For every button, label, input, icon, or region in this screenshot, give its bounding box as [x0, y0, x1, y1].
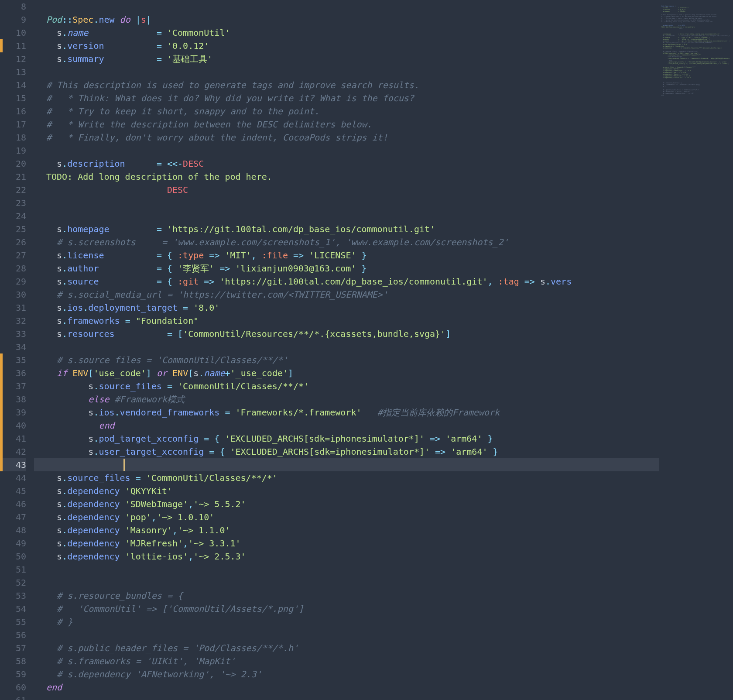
- code-line[interactable]: [34, 694, 659, 700]
- token: [120, 551, 125, 562]
- code-line[interactable]: s.version = '0.0.12': [34, 39, 659, 52]
- token: .: [62, 329, 67, 339]
- code-line[interactable]: s.frameworks = "Foundation": [34, 314, 659, 327]
- code-line[interactable]: else #Framework模式: [34, 393, 659, 406]
- token: [141, 473, 146, 483]
- code-line[interactable]: s.dependency 'lottie-ios','~> 2.5.3': [34, 550, 659, 563]
- token: homepage: [67, 224, 109, 234]
- code-line[interactable]: [34, 576, 659, 589]
- token: # * Try to keep it short, snappy and to …: [46, 106, 319, 117]
- token: =>: [425, 433, 445, 444]
- code-line[interactable]: # * Write the description between the DE…: [34, 118, 659, 131]
- token: deployment_target: [88, 302, 178, 313]
- token: .: [93, 407, 99, 418]
- token: 'EXCLUDED_ARCHS[sdk=iphonesimulator*]': [225, 433, 425, 444]
- code-line[interactable]: [34, 340, 659, 353]
- token: [130, 14, 136, 25]
- code-line[interactable]: # }: [34, 615, 659, 628]
- code-line[interactable]: s.license = { :type => 'MIT', :file => '…: [34, 249, 659, 262]
- code-line[interactable]: # 'CommonUtil' => ['CommonUtil/Assets/*.…: [34, 602, 659, 615]
- line-number: 45: [0, 484, 26, 498]
- code-line[interactable]: # * Finally, don't worry about the inden…: [34, 131, 659, 144]
- code-line[interactable]: # * Think: What does it do? Why did you …: [34, 92, 659, 105]
- token: .: [62, 302, 67, 313]
- code-line[interactable]: s.dependency 'QKYYKit': [34, 484, 659, 498]
- code-line[interactable]: s.source_files = 'CommonUtil/Classes/**/…: [34, 380, 659, 393]
- line-number: 9: [0, 13, 26, 26]
- code-line[interactable]: end: [34, 419, 659, 432]
- code-line[interactable]: s.dependency 'MJRefresh','~> 3.3.1': [34, 537, 659, 550]
- code-line[interactable]: s.resources = ['CommonUtil/Resources/**/…: [34, 327, 659, 340]
- token: .: [62, 499, 67, 509]
- code-line[interactable]: [34, 196, 659, 209]
- line-number: 54: [0, 602, 26, 615]
- token: 'arm64': [445, 433, 482, 444]
- code-line[interactable]: Pod::Spec.new do |s|: [34, 13, 659, 26]
- code-line[interactable]: [34, 628, 659, 642]
- code-line[interactable]: s.user_target_xcconfig = { 'EXCLUDED_ARC…: [34, 445, 659, 458]
- line-number: 46: [0, 498, 26, 511]
- code-line[interactable]: if ENV['use_code'] or ENV[s.name+'_use_c…: [34, 367, 659, 380]
- token: source: [67, 276, 99, 287]
- token: [110, 394, 115, 405]
- code-line[interactable]: s.dependency 'SDWebImage','~> 5.5.2': [34, 498, 659, 511]
- code-line[interactable]: s.summary = '基础工具': [34, 52, 659, 65]
- token: [204, 446, 209, 457]
- code-line[interactable]: # This description is used to generate t…: [34, 79, 659, 92]
- code-line[interactable]: s.dependency 'Masonry','~> 1.1.0': [34, 524, 659, 537]
- code-line[interactable]: s.source_files = 'CommonUtil/Classes/**/…: [34, 471, 659, 484]
- line-number: 31: [0, 301, 26, 314]
- code-line[interactable]: s.dependency 'pop','~> 1.0.10': [34, 511, 659, 524]
- code-editor[interactable]: 8910111213141516171819202122232425262728…: [0, 0, 733, 700]
- code-line[interactable]: [34, 0, 659, 13]
- code-line[interactable]: s.homepage = 'https://git.100tal.com/dp_…: [34, 223, 659, 236]
- code-line[interactable]: s.description = <<-DESC: [34, 157, 659, 170]
- token: [162, 381, 167, 391]
- token: [46, 669, 57, 679]
- code-line[interactable]: [34, 563, 659, 576]
- code-line[interactable]: end: [34, 681, 659, 694]
- code-line[interactable]: [34, 65, 659, 79]
- code-line[interactable]: s.pod_target_xcconfig = { 'EXCLUDED_ARCH…: [34, 432, 659, 445]
- code-line[interactable]: # s.resource_bundles = {: [34, 589, 659, 602]
- code-line[interactable]: DESC: [34, 183, 659, 196]
- code-line[interactable]: # s.screenshots = 'www.example.com/scree…: [34, 236, 659, 249]
- code-line[interactable]: [34, 144, 659, 157]
- code-line[interactable]: s.ios.vendored_frameworks = 'Frameworks/…: [34, 406, 659, 419]
- token: '_use_code': [230, 368, 288, 378]
- code-line[interactable]: # s.social_media_url = 'https://twitter.…: [34, 288, 659, 301]
- token: source_files: [99, 381, 162, 391]
- line-number: 42: [0, 445, 26, 458]
- code-line[interactable]: # s.public_header_files = 'Pod/Classes/*…: [34, 642, 659, 655]
- token: new: [99, 14, 114, 25]
- code-area[interactable]: Pod::Spec.new do |s| s.name = 'CommonUti…: [34, 0, 659, 700]
- code-line[interactable]: s.ios.deployment_target = '8.0': [34, 301, 659, 314]
- token: .: [545, 276, 551, 287]
- token: s: [141, 14, 146, 25]
- code-line[interactable]: # s.frameworks = 'UIKit', 'MapKit': [34, 655, 659, 668]
- token: [104, 54, 156, 64]
- change-marker: [0, 353, 3, 471]
- token: =: [204, 433, 209, 444]
- code-line[interactable]: # s.dependency 'AFNetworking', '~> 2.3': [34, 668, 659, 681]
- code-line[interactable]: [34, 458, 659, 471]
- token: ,: [172, 525, 178, 535]
- token: [46, 604, 57, 614]
- token: Spec: [72, 14, 93, 25]
- code-line[interactable]: s.name = 'CommonUtil': [34, 26, 659, 39]
- code-line[interactable]: s.source = { :git => 'https://git.100tal…: [34, 275, 659, 288]
- token: <<-: [167, 158, 183, 169]
- code-line[interactable]: s.author = { '李贤军' => 'lixianjun0903@163…: [34, 262, 659, 275]
- code-line[interactable]: TODO: Add long description of the pod he…: [34, 170, 659, 183]
- token: s: [46, 512, 62, 522]
- code-line[interactable]: [34, 209, 659, 223]
- line-number: 61: [0, 694, 26, 700]
- line-number: 24: [0, 209, 26, 223]
- code-line[interactable]: # * Try to keep it short, snappy and to …: [34, 105, 659, 118]
- code-line[interactable]: # s.source_files = 'CommonUtil/Classes/*…: [34, 353, 659, 367]
- line-number-gutter[interactable]: 8910111213141516171819202122232425262728…: [0, 0, 34, 700]
- token: summary: [67, 54, 104, 64]
- token: .: [62, 54, 67, 64]
- token: ,: [188, 499, 193, 509]
- minimap[interactable]: Pod::Spec.new do |s| s.name = 'CommonUti…: [659, 0, 733, 700]
